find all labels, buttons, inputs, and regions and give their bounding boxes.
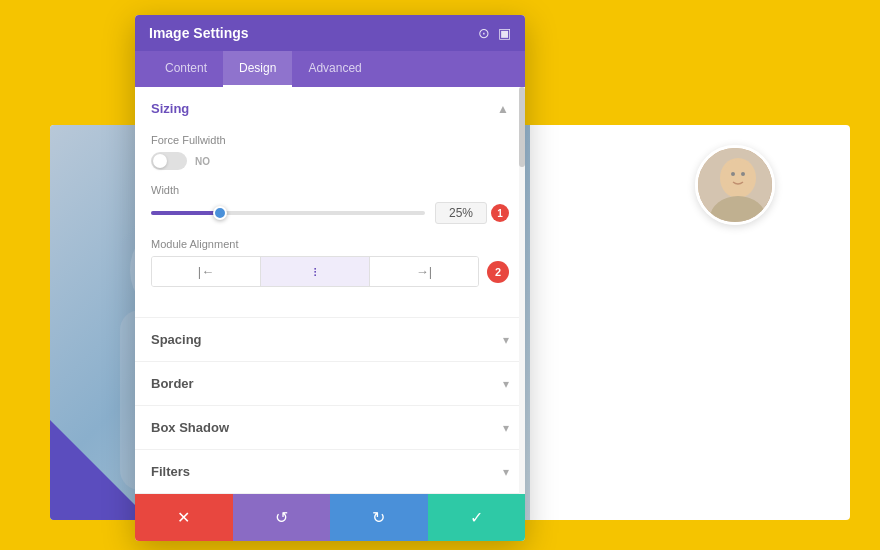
slider-fill <box>151 211 220 215</box>
settings-icon[interactable]: ⊙ <box>478 25 490 41</box>
cancel-button[interactable]: ✕ <box>135 494 233 541</box>
border-title: Border <box>151 376 194 391</box>
filters-chevron: ▾ <box>503 465 509 479</box>
tab-design[interactable]: Design <box>223 51 292 87</box>
scrollbar-thumb[interactable] <box>519 87 525 167</box>
svg-point-5 <box>724 160 752 192</box>
svg-point-7 <box>741 172 745 176</box>
fullwidth-toggle[interactable] <box>151 152 187 170</box>
width-value[interactable]: 25% <box>435 202 487 224</box>
spacing-section: Spacing ▾ <box>135 318 525 362</box>
box-shadow-title: Box Shadow <box>151 420 229 435</box>
filters-section: Filters ▾ <box>135 450 525 494</box>
width-label: Width <box>151 184 509 196</box>
width-slider[interactable] <box>151 211 425 215</box>
sizing-content: Force Fullwidth NO Width <box>135 130 525 317</box>
border-section-header[interactable]: Border ▾ <box>135 362 525 405</box>
modal-body: Sizing ▲ Force Fullwidth NO Width <box>135 87 525 494</box>
spacing-title: Spacing <box>151 332 202 347</box>
confirm-icon: ✓ <box>470 508 483 527</box>
modal-header-icons: ⊙ ▣ <box>478 25 511 41</box>
border-chevron: ▾ <box>503 377 509 391</box>
width-badge: 1 <box>491 204 509 222</box>
box-shadow-section-header[interactable]: Box Shadow ▾ <box>135 406 525 449</box>
modal-tabs: Content Design Advanced <box>135 51 525 87</box>
sizing-chevron: ▲ <box>497 102 509 116</box>
modal-title: Image Settings <box>149 25 249 41</box>
filters-title: Filters <box>151 464 190 479</box>
avatar <box>695 145 775 225</box>
redo-button[interactable]: ↻ <box>330 494 428 541</box>
alignment-label: Module Alignment <box>151 238 509 250</box>
sizing-section-header[interactable]: Sizing ▲ <box>135 87 525 130</box>
layout-icon[interactable]: ▣ <box>498 25 511 41</box>
align-right-btn[interactable]: →| <box>370 257 478 286</box>
toggle-row: NO <box>151 152 509 170</box>
border-section: Border ▾ <box>135 362 525 406</box>
align-left-btn[interactable]: |← <box>152 257 261 286</box>
undo-icon: ↺ <box>275 508 288 527</box>
alignment-badge: 2 <box>487 261 509 283</box>
box-shadow-chevron: ▾ <box>503 421 509 435</box>
toggle-knob <box>153 154 167 168</box>
tab-advanced[interactable]: Advanced <box>292 51 377 87</box>
sizing-section: Sizing ▲ Force Fullwidth NO Width <box>135 87 525 318</box>
image-settings-modal: Image Settings ⊙ ▣ Content Design Advanc… <box>135 15 525 541</box>
filters-section-header[interactable]: Filters ▾ <box>135 450 525 493</box>
modal-header: Image Settings ⊙ ▣ <box>135 15 525 51</box>
align-center-btn[interactable]: ⫶ <box>261 257 370 286</box>
spacing-section-header[interactable]: Spacing ▾ <box>135 318 525 361</box>
box-shadow-section: Box Shadow ▾ <box>135 406 525 450</box>
slider-value-wrap: 25% 1 <box>435 202 509 224</box>
svg-point-6 <box>731 172 735 176</box>
alignment-controls: |← ⫶ →| 2 <box>151 256 509 287</box>
alignment-row: Module Alignment |← ⫶ →| <box>151 238 509 287</box>
align-center-icon: ⫶ <box>312 264 319 279</box>
force-fullwidth-row: Force Fullwidth NO <box>151 134 509 170</box>
align-left-icon: |← <box>198 264 214 279</box>
tab-content[interactable]: Content <box>149 51 223 87</box>
force-fullwidth-label: Force Fullwidth <box>151 134 509 146</box>
align-right-icon: →| <box>416 264 432 279</box>
slider-row: 25% 1 <box>151 202 509 224</box>
modal-footer: ✕ ↺ ↻ ✓ <box>135 494 525 541</box>
confirm-button[interactable]: ✓ <box>428 494 526 541</box>
scrollbar-track <box>519 87 525 494</box>
slider-thumb <box>213 206 227 220</box>
redo-icon: ↻ <box>372 508 385 527</box>
sizing-title: Sizing <box>151 101 189 116</box>
align-buttons: |← ⫶ →| <box>151 256 479 287</box>
width-row: Width 25% 1 <box>151 184 509 224</box>
spacing-chevron: ▾ <box>503 333 509 347</box>
toggle-label: NO <box>195 156 210 167</box>
undo-button[interactable]: ↺ <box>233 494 331 541</box>
cancel-icon: ✕ <box>177 508 190 527</box>
